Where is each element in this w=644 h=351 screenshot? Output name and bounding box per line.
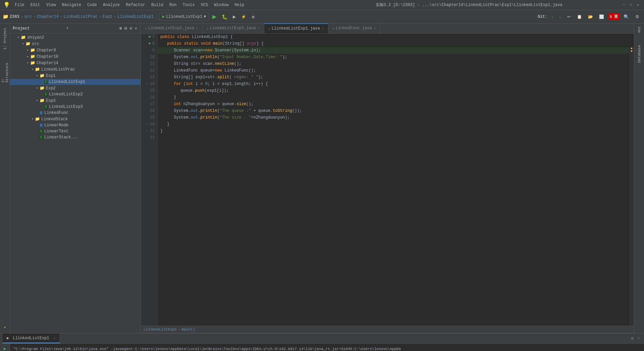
menu-vcs[interactable]: VCS xyxy=(198,2,211,8)
tree-item-src[interactable]: ▾ 📁 src xyxy=(10,41,141,47)
expand-arrow[interactable]: ▸ xyxy=(25,55,30,58)
tree-item-llinkedlistexp1[interactable]: ▸ C LlinkedListExp1 xyxy=(10,79,141,85)
profile-button[interactable]: ⚡ xyxy=(239,13,248,20)
settings-button[interactable]: ⚙ xyxy=(633,13,641,20)
menu-analyze[interactable]: Analyze xyxy=(100,2,122,8)
menu-code[interactable]: Code xyxy=(85,2,100,8)
tree-item-exp1[interactable]: ▾ 📁 Exp1 xyxy=(10,73,141,79)
undo-button[interactable]: ↩ xyxy=(565,13,573,20)
menu-build[interactable]: Build xyxy=(149,2,166,8)
java-class-icon: C xyxy=(44,80,48,84)
expand-arrow[interactable]: ▾ xyxy=(25,61,30,65)
tab-linkedfunc[interactable]: ☕ LinkedFunc.java ✕ xyxy=(328,24,380,33)
tab-close-button[interactable]: ✕ xyxy=(374,26,376,30)
menu-window[interactable]: Window xyxy=(211,2,231,8)
panel-close-icon[interactable]: ✕ xyxy=(134,25,138,32)
panel-settings-icon[interactable]: ⚙ xyxy=(129,25,133,32)
run-with-coverage-button[interactable]: ▶ xyxy=(231,13,238,20)
expand-arrow[interactable]: ▾ xyxy=(30,117,35,121)
menu-run[interactable]: Run xyxy=(167,2,179,8)
breadcrumb-linkedlistprac[interactable]: LinkedListPrac xyxy=(64,14,98,19)
split-button[interactable]: ⬜ xyxy=(597,13,606,20)
tab-close-button[interactable]: ✕ xyxy=(322,27,324,31)
search-everywhere-button[interactable]: 🔍 xyxy=(622,13,631,20)
expand-arrow[interactable]: ▾ xyxy=(35,86,40,90)
tree-item-chapter14[interactable]: ▾ 📁 Chapter14 xyxy=(10,60,141,66)
classref: System xyxy=(174,114,188,121)
tree-item-linkedfunc[interactable]: ▸ C LinkedFunc xyxy=(10,110,141,116)
history-button[interactable]: 📋 xyxy=(575,13,584,20)
fold-icon[interactable]: ▾ xyxy=(146,128,148,134)
tree-item-chapter10[interactable]: ▸ 📁 Chapter10 xyxy=(10,53,141,60)
classref: System xyxy=(174,107,188,114)
recent-files-button[interactable]: 📂 xyxy=(586,13,595,20)
run-minimize-button[interactable]: ─ xyxy=(636,335,641,342)
tab-llinkedlistexp1[interactable]: ☕ LlinkedListExp1.java ✕ xyxy=(264,24,328,33)
run-gutter[interactable]: ▶ xyxy=(149,40,151,47)
tab-linkedlistexp2[interactable]: ☕ LinkedListExp2.java ✕ xyxy=(141,24,203,33)
breadcrumb-classname[interactable]: LlinkedListExp1 xyxy=(144,327,177,332)
tree-item-lineartest[interactable]: ▸ C LinearTest xyxy=(10,128,141,134)
expand-arrow[interactable]: ▾ xyxy=(16,36,21,39)
tree-item-exp2[interactable]: ▾ 📁 Exp2 xyxy=(10,85,141,91)
tree-item-chapter9[interactable]: ▸ 📁 Chapter9 xyxy=(10,47,141,53)
run-play-button[interactable]: ▶ xyxy=(1,345,9,351)
line-num-20: ▾ 20 xyxy=(144,121,155,128)
stop-button[interactable]: ■ xyxy=(250,13,256,20)
breadcrumb-method[interactable]: main() xyxy=(182,327,195,332)
expand-arrow[interactable]: ▾ xyxy=(30,68,35,71)
breadcrumb-src[interactable]: src xyxy=(24,14,32,19)
run-button[interactable]: ▶ xyxy=(210,12,218,21)
minimize-button[interactable]: ─ xyxy=(621,2,627,8)
tab-close-button[interactable]: ✕ xyxy=(196,26,198,30)
sidebar-structure-button[interactable]: 2: Structure xyxy=(1,59,9,83)
folder-icon: 📁 xyxy=(30,54,35,59)
tree-item-exp3[interactable]: ▾ 📁 Exp3 xyxy=(10,97,141,104)
git-pull-button[interactable]: ↓ xyxy=(557,14,563,20)
sougou-ime[interactable]: S 英 xyxy=(608,13,620,20)
menu-edit[interactable]: Edit xyxy=(28,2,43,8)
run-tab-run[interactable]: ▶ LlinkedListExp1 ✕ xyxy=(3,334,60,343)
run-settings-button[interactable]: ⚙ xyxy=(630,335,635,342)
menu-view[interactable]: View xyxy=(44,2,59,8)
git-push-button[interactable]: ↑ xyxy=(549,14,555,20)
tree-item-linkedlistprac[interactable]: ▾ 📁 LinkedListPrac xyxy=(10,66,141,73)
sidebar-project-button[interactable]: 1: Project xyxy=(1,25,9,52)
code-content[interactable]: public class LlinkedListExp1 { public st… xyxy=(158,34,629,326)
breadcrumb-chapter14[interactable]: Chapter14 xyxy=(37,14,59,19)
expand-arrow[interactable]: ▾ xyxy=(35,99,40,102)
expand-arrow[interactable]: ▸ xyxy=(25,48,30,52)
expand-arrow[interactable]: ▾ xyxy=(35,74,40,78)
run-gutter[interactable]: ▶ xyxy=(149,34,151,40)
ant-label[interactable]: Ant xyxy=(637,24,641,36)
breadcrumb-file[interactable]: LlinkedListExp1 xyxy=(117,14,154,19)
panel-collapse-icon[interactable]: ⊟ xyxy=(124,25,127,32)
maximize-button[interactable]: □ xyxy=(628,2,634,8)
fold-icon[interactable]: ▾ xyxy=(146,121,148,128)
run-config-dropdown[interactable]: ▶ LlinkedListExp1 ▼ xyxy=(159,13,209,20)
param-hint: regex: xyxy=(234,74,249,81)
tab-linkedlistexp3[interactable]: ☕ LinkedListExp3.java ✕ xyxy=(203,24,264,33)
menu-help[interactable]: Help xyxy=(232,2,247,8)
fold-icon[interactable]: ▾ xyxy=(146,81,148,87)
tree-item-linkedlistexp2[interactable]: ▸ C LinkedListExp2 xyxy=(10,91,141,97)
expand-arrow[interactable]: ▾ xyxy=(21,42,25,46)
tree-item-linearnode[interactable]: ▸ C LinearNode xyxy=(10,122,141,128)
close-button[interactable]: ✕ xyxy=(635,2,641,8)
run-tab-close[interactable]: ✕ xyxy=(54,337,56,340)
tree-item-linearstack[interactable]: ▸ C LinearStack... xyxy=(10,134,141,140)
menu-refactor[interactable]: Refactor xyxy=(123,2,148,8)
menu-file[interactable]: File xyxy=(12,2,27,8)
project-panel-dropdown[interactable]: ▼ xyxy=(66,27,119,30)
tab-close-button[interactable]: ✕ xyxy=(258,26,260,30)
menu-tools[interactable]: Tools xyxy=(180,2,198,8)
debug-button[interactable]: 🐛 xyxy=(220,13,229,20)
tree-item-shiyan2[interactable]: ▾ 📁 shiyan2 xyxy=(10,34,141,41)
database-label[interactable]: Database xyxy=(637,42,641,65)
menu-navigate[interactable]: Navigate xyxy=(59,2,84,8)
tree-item-linkedstack[interactable]: ▾ 📁 LinkedStack xyxy=(10,116,141,122)
breadcrumb-exp1[interactable]: Exp1 xyxy=(103,14,112,19)
tree-item-linkedlistexp3[interactable]: ▸ C LinkedListExp3 xyxy=(10,104,141,110)
panel-sync-icon[interactable]: ⊕ xyxy=(119,25,122,32)
sidebar-favorites-button[interactable]: ★ xyxy=(1,323,9,332)
